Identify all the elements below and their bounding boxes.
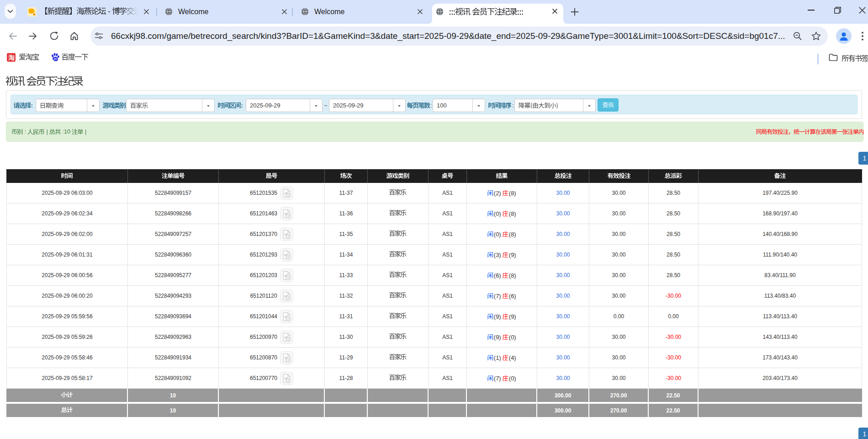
svg-text:du: du	[53, 57, 57, 60]
